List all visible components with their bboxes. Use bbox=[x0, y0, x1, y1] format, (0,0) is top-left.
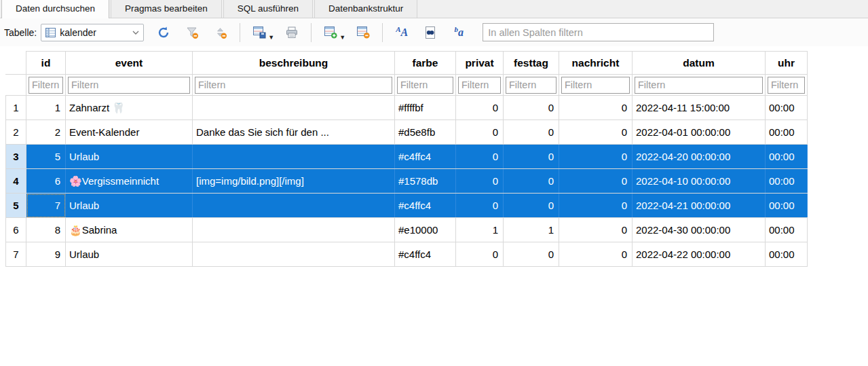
cell-event[interactable]: Urlaub bbox=[66, 145, 193, 169]
cell-nachricht[interactable]: 0 bbox=[559, 145, 633, 169]
cell-id[interactable]: 8 bbox=[26, 218, 66, 242]
cell-datum[interactable]: 2022-04-30 00:00:00 bbox=[633, 218, 766, 242]
cell-farbe[interactable]: #ffffbf bbox=[395, 96, 456, 120]
tab-browse-data[interactable]: Daten durchsuchen bbox=[1, 0, 109, 18]
cell-event[interactable]: Event-Kalender bbox=[66, 120, 193, 145]
cell-privat[interactable]: 0 bbox=[456, 242, 504, 267]
column-header-farbe[interactable]: farbe bbox=[395, 52, 456, 75]
column-header-event[interactable]: event bbox=[66, 52, 193, 75]
cell-privat[interactable]: 0 bbox=[456, 194, 504, 218]
cell-id[interactable]: 1 bbox=[26, 96, 66, 120]
cell-id[interactable]: 2 bbox=[26, 120, 66, 145]
global-filter-input[interactable] bbox=[483, 23, 714, 41]
column-header-id[interactable]: id bbox=[26, 52, 66, 75]
cell-nachricht[interactable]: 0 bbox=[559, 218, 633, 242]
cell-privat[interactable]: 0 bbox=[456, 96, 504, 120]
cell-uhr[interactable]: 00:00 bbox=[766, 96, 808, 120]
cell-festtag[interactable]: 0 bbox=[504, 169, 559, 194]
tab-edit-pragmas[interactable]: Pragmas bearbeiten bbox=[111, 0, 222, 18]
filter-input-id[interactable] bbox=[29, 77, 63, 94]
cell-datum[interactable]: 2022-04-22 00:00:00 bbox=[633, 242, 766, 267]
cell-uhr[interactable]: 00:00 bbox=[766, 120, 808, 145]
cell-id-focused[interactable]: 7 bbox=[26, 194, 66, 218]
save-view-button[interactable]: ▼ bbox=[250, 24, 268, 41]
cell-festtag[interactable]: 0 bbox=[504, 120, 559, 145]
font-case-icon[interactable]: AA bbox=[393, 24, 411, 41]
cell-event[interactable]: Urlaub bbox=[66, 194, 193, 218]
row-number[interactable]: 5 bbox=[6, 194, 26, 218]
cell-uhr[interactable]: 00:00 bbox=[766, 218, 808, 242]
filter-input-event[interactable] bbox=[68, 77, 190, 94]
cell-datum[interactable]: 2022-04-20 00:00:00 bbox=[633, 145, 766, 169]
cell-uhr[interactable]: 00:00 bbox=[766, 145, 808, 169]
filter-input-nachricht[interactable] bbox=[561, 77, 630, 94]
cell-uhr[interactable]: 00:00 bbox=[766, 169, 808, 194]
filter-input-beschreibung[interactable] bbox=[195, 77, 392, 94]
cell-nachricht[interactable]: 0 bbox=[559, 242, 633, 267]
cell-beschreibung[interactable] bbox=[193, 145, 395, 169]
print-button[interactable] bbox=[283, 24, 301, 41]
replace-icon[interactable]: ba bbox=[450, 24, 468, 41]
cell-datum[interactable]: 2022-04-11 15:00:00 bbox=[633, 96, 766, 120]
cell-beschreibung[interactable] bbox=[193, 218, 395, 242]
column-header-privat[interactable]: privat bbox=[456, 52, 504, 75]
cell-farbe[interactable]: #c4ffc4 bbox=[395, 194, 456, 218]
cell-id[interactable]: 9 bbox=[26, 242, 66, 267]
tab-database-structure[interactable]: Datenbankstruktur bbox=[314, 0, 417, 18]
cell-nachricht[interactable]: 0 bbox=[559, 194, 633, 218]
cell-nachricht[interactable]: 0 bbox=[559, 96, 633, 120]
cell-festtag[interactable]: 1 bbox=[504, 218, 559, 242]
cell-festtag[interactable]: 0 bbox=[504, 242, 559, 267]
column-header-festtag[interactable]: festtag bbox=[504, 52, 559, 75]
refresh-button[interactable] bbox=[155, 24, 172, 41]
new-record-button[interactable]: ▼ bbox=[322, 24, 339, 41]
row-number[interactable]: 2 bbox=[6, 120, 26, 145]
filter-input-privat[interactable] bbox=[458, 77, 501, 94]
row-number[interactable]: 1 bbox=[6, 96, 26, 120]
cell-beschreibung[interactable]: Danke das Sie sich für den ... bbox=[193, 120, 395, 145]
cell-farbe[interactable]: #e10000 bbox=[395, 218, 456, 242]
row-number[interactable]: 3 bbox=[6, 145, 26, 169]
cell-beschreibung[interactable]: [img=img/bild.png][/img] bbox=[193, 169, 395, 194]
cell-event[interactable]: Zahnarzt 🦷 bbox=[66, 96, 193, 120]
cell-id[interactable]: 6 bbox=[26, 169, 66, 194]
filter-input-uhr[interactable] bbox=[768, 77, 805, 94]
cell-nachricht[interactable]: 0 bbox=[559, 169, 633, 194]
cell-datum[interactable]: 2022-04-01 00:00:00 bbox=[633, 120, 766, 145]
cell-beschreibung[interactable] bbox=[193, 96, 395, 120]
row-number[interactable]: 6 bbox=[6, 218, 26, 242]
filter-input-farbe[interactable] bbox=[397, 77, 453, 94]
cell-nachricht[interactable]: 0 bbox=[559, 120, 633, 145]
column-header-nachricht[interactable]: nachricht bbox=[559, 52, 633, 75]
cell-privat[interactable]: 0 bbox=[456, 145, 504, 169]
cell-farbe[interactable]: #c4ffc4 bbox=[395, 242, 456, 267]
cell-farbe[interactable]: #c4ffc4 bbox=[395, 145, 456, 169]
filter-input-festtag[interactable] bbox=[506, 77, 556, 94]
filter-input-datum[interactable] bbox=[635, 77, 763, 94]
cell-festtag[interactable]: 0 bbox=[504, 96, 559, 120]
column-header-datum[interactable]: datum bbox=[633, 52, 766, 75]
cell-privat[interactable]: 1 bbox=[456, 218, 504, 242]
tab-execute-sql[interactable]: SQL ausführen bbox=[223, 0, 313, 18]
cell-beschreibung[interactable] bbox=[193, 194, 395, 218]
cell-privat[interactable]: 0 bbox=[456, 120, 504, 145]
cell-event[interactable]: 🌸Vergissmeinnicht bbox=[66, 169, 193, 194]
clear-filter-button[interactable] bbox=[183, 24, 201, 41]
cell-id[interactable]: 5 bbox=[26, 145, 66, 169]
column-header-uhr[interactable]: uhr bbox=[766, 52, 808, 75]
cell-datum[interactable]: 2022-04-21 00:00:00 bbox=[633, 194, 766, 218]
cell-farbe[interactable]: #1578db bbox=[395, 169, 456, 194]
cell-farbe[interactable]: #d5e8fb bbox=[395, 120, 456, 145]
cell-festtag[interactable]: 0 bbox=[504, 194, 559, 218]
column-header-beschreibung[interactable]: beschreibung bbox=[193, 52, 395, 75]
table-select[interactable]: kalender bbox=[41, 24, 144, 41]
row-number[interactable]: 7 bbox=[6, 242, 26, 267]
cell-event[interactable]: Urlaub bbox=[66, 242, 193, 267]
cell-festtag[interactable]: 0 bbox=[504, 145, 559, 169]
find-in-cells-icon[interactable] bbox=[421, 24, 439, 41]
cell-uhr[interactable]: 00:00 bbox=[766, 194, 808, 218]
cell-uhr[interactable]: 00:00 bbox=[766, 242, 808, 267]
cell-beschreibung[interactable] bbox=[193, 242, 395, 267]
cell-event[interactable]: 🎂Sabrina bbox=[66, 218, 193, 242]
delete-record-button[interactable] bbox=[354, 24, 372, 41]
